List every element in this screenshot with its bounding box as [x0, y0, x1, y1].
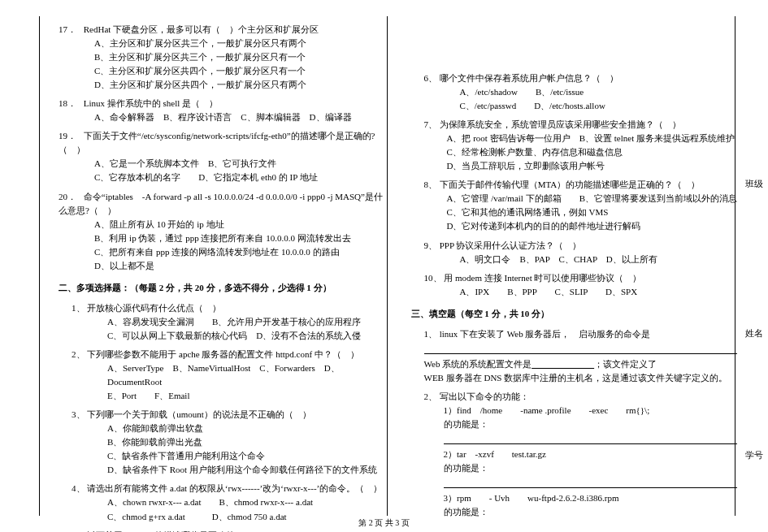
answer-blank[interactable] — [424, 343, 738, 354]
section-2-heading: 二、多项选择题：（每题 2 分，共 20 分，多选不得分，少选得 1 分） — [59, 281, 385, 295]
question-18: 18． Linux 操作系统中的 shell 是（ ） A、命令解释器 B、程序… — [59, 97, 385, 124]
m8-opt-a: A、它管理 /var/mail 下的邮箱 B、它管理将要发送到当前域以外的消息 — [447, 192, 738, 205]
q20-opt-d: D、以上都不是 — [94, 259, 385, 273]
left-column: 17． RedHat 下硬盘分区，最多可以有（ ）个主分区和扩展分区 A、主分区… — [59, 23, 393, 522]
m1-options: A、容易发现安全漏洞 B、允许用户开发基于核心的应用程序 C、可以从网上下载最新… — [72, 315, 385, 343]
q20-stem: 命令“iptables -A forward -p all -s 10.0.0.… — [59, 192, 383, 215]
q17-opt-d: D、主分区和扩展分区共四个，一般扩展分区只有两个 — [94, 78, 385, 92]
m1-number: 1、 — [72, 303, 85, 313]
m3-options: A、你能卸载前弹出软盘 B、你能卸载前弹出光盘 C、缺省条件下普通用户能利用这个… — [72, 422, 385, 477]
m10-options: A、IPX B、PPP C、SLIP D、SPX — [424, 285, 738, 299]
m1-opt-c: C、可以从网上下载最新的核心代码 D、没有不合法的系统入侵 — [107, 329, 385, 343]
multi-q10: 10、 用 modem 连接 Internet 时可以使用哪些协议（ ） A、I… — [411, 271, 738, 299]
m9-options: A、明文口令 B、PAP C、CHAP D、以上所有 — [424, 253, 738, 266]
q18-stem: Linux 操作系统中的 shell 是（ ） — [84, 98, 218, 108]
vertical-rule-right — [735, 16, 735, 516]
q20-opt-a: A、阻止所有从 10 开始的 ip 地址 — [94, 218, 385, 231]
multi-q1: 1、 开放核心源代码有什么优点（ ） A、容易发现安全漏洞 B、允许用户开发基于… — [59, 301, 385, 343]
f2-number: 2、 — [424, 391, 438, 401]
f2-cmd2: 2）tar -xzvf test.tar.gz — [444, 448, 738, 461]
m7-opt-d: D、当员工辞职后，立即删除该用户帐号 — [447, 159, 738, 173]
m1-stem: 开放核心源代码有什么优点（ ） — [87, 303, 221, 313]
m2-number: 2、 — [72, 349, 85, 359]
m9-stem: PPP 协议采用什么认证方法？（ ） — [440, 240, 582, 250]
answer-blank[interactable] — [444, 433, 738, 444]
question-17: 17． RedHat 下硬盘分区，最多可以有（ ）个主分区和扩展分区 A、主分区… — [59, 23, 385, 92]
f1-line2: Web 系统的系统配置文件是 ；该文件定义了 — [424, 357, 738, 371]
q18-options: A、命令解释器 B、程序设计语言 C、脚本编辑器 D、编译器 — [59, 110, 385, 124]
vertical-rule-left — [39, 16, 40, 516]
multi-q9: 9、 PPP 协议采用什么认证方法？（ ） A、明文口令 B、PAP C、CHA… — [411, 239, 738, 266]
q20-opt-b: B、利用 ip 伪装，通过 ppp 连接把所有来自 10.0.0.0 网流转发出… — [94, 231, 385, 245]
m6-stem: 哪个文件中保存着系统用户帐户信息？（ ） — [440, 73, 618, 83]
f2-cmd1: 1）find /home -name .profile -exec rm{}\; — [444, 404, 738, 417]
m3-number: 3、 — [72, 409, 85, 419]
m3-opt-b: B、你能卸载前弹出光盘 — [107, 435, 385, 449]
m6-opt-c: C、/etc/passwd D、/etc/hosts.allow — [460, 99, 738, 113]
q19-options: A、它是一个系统脚本文件 B、它可执行文件 C、它存放本机的名字 D、它指定本机… — [59, 157, 385, 184]
q20-options: A、阻止所有从 10 开始的 ip 地址 B、利用 ip 伪装，通过 ppp 连… — [59, 218, 385, 273]
m4-opt-a: A、chown rwxr-x--- a.dat B、chmod rwxr-x--… — [107, 495, 385, 509]
m3-stem: 下列哪一个关于卸载（umount）的说法是不正确的（ ） — [87, 409, 311, 419]
side-label-id: 学号 — [745, 448, 763, 462]
multi-q6: 6、 哪个文件中保存着系统用户帐户信息？（ ） A、/etc/shadow B、… — [411, 71, 738, 113]
m4-stem: 请选出所有能将文件 a.dat 的权限从‘rwx------’改为‘rwxr-x… — [87, 483, 382, 493]
f2-lab2: 的功能是： — [444, 461, 738, 475]
vertical-rule-center — [387, 16, 388, 516]
m2-options: A、ServerType B、NameVirtualHost C、Forward… — [72, 361, 385, 403]
m8-opt-c: C、它和其他的通讯网络通讯，例如 VMS — [447, 205, 738, 219]
multi-q7: 7、 为保障系统安全，系统管理员应该采用哪些安全措施？（ ） A、把 root … — [411, 118, 738, 173]
right-column: 6、 哪个文件中保存着系统用户帐户信息？（ ） A、/etc/shadow B、… — [403, 23, 744, 522]
m3-opt-c: C、缺省条件下普通用户能利用这个命令 — [107, 449, 385, 463]
f2-cmds: 1）find /home -name .profile -exec rm{}\;… — [424, 404, 738, 519]
fill-q1: 1、 linux 下在安装了 Web 服务器后， 启动服务的命令是 Web 系统… — [411, 327, 738, 385]
top-spacer — [411, 23, 738, 71]
q19-opt-c: C、它存放本机的名字 D、它指定本机 eth0 的 IP 地址 — [94, 171, 385, 184]
m10-number: 10、 — [424, 273, 442, 283]
m8-stem: 下面关于邮件传输代理（MTA）的功能描述哪些是正确的？（ ） — [440, 179, 701, 189]
m8-options: A、它管理 /var/mail 下的邮箱 B、它管理将要发送到当前域以外的消息 … — [424, 192, 738, 233]
m7-stem: 为保障系统安全，系统管理员应该采用哪些安全措施？（ ） — [440, 119, 681, 129]
m3-opt-d: D、缺省条件下 Root 用户能利用这个命令卸载任何路径下的文件系统 — [107, 463, 385, 477]
q18-number: 18． — [59, 97, 81, 110]
m9-number: 9、 — [424, 240, 438, 250]
m1-opt-a: A、容易发现安全漏洞 B、允许用户开发基于核心的应用程序 — [107, 315, 385, 329]
q17-stem: RedHat 下硬盘分区，最多可以有（ ）个主分区和扩展分区 — [84, 24, 319, 34]
f2-cmd3: 3）rpm - Uvh wu-ftpd-2.6.2-8.i386.rpm — [444, 491, 738, 505]
section-3-heading: 三、填空题（每空 1 分，共 10 分） — [411, 307, 738, 321]
q19-number: 19． — [59, 129, 81, 143]
m3-opt-a: A、你能卸载前弹出软盘 — [107, 422, 385, 435]
answer-blank[interactable] — [444, 477, 738, 488]
m8-number: 8、 — [424, 179, 438, 189]
m6-opt-a: A、/etc/shadow B、/etc/issue — [460, 85, 738, 99]
side-label-class: 班级 — [745, 177, 763, 191]
answer-blank-inline[interactable] — [532, 359, 594, 369]
f2-stem: 写出以下命令的功能： — [440, 391, 529, 401]
question-19: 19． 下面关于文件“/etc/sysconfig/network-script… — [59, 129, 385, 184]
m2-stem: 下列哪些参数不能用于 apche 服务器的配置文件 httpd.conf 中？（… — [87, 349, 359, 359]
m2-opt-a: A、ServerType B、NameVirtualHost C、Forward… — [107, 361, 385, 389]
f1-number: 1、 — [424, 329, 438, 339]
f1-line3: WEB 服务器在 DNS 数据库中注册的主机名，这是通过该文件关键字定义的。 — [424, 371, 738, 385]
m10-stem: 用 modem 连接 Internet 时可以使用哪些协议（ ） — [444, 273, 641, 283]
multi-q3: 3、 下列哪一个关于卸载（umount）的说法是不正确的（ ） A、你能卸载前弹… — [59, 408, 385, 477]
q20-opt-c: C、把所有来自 ppp 连接的网络流转发到地址在 10.0.0.0 的路由 — [94, 245, 385, 259]
question-20: 20． 命令“iptables -A forward -p all -s 10.… — [59, 190, 385, 273]
q19-opt-a: A、它是一个系统脚本文件 B、它可执行文件 — [94, 157, 385, 171]
exam-page: 17． RedHat 下硬盘分区，最多可以有（ ）个主分区和扩展分区 A、主分区… — [0, 0, 768, 532]
m7-options: A、把 root 密码告诉每一位用户 B、设置 telnet 服务来提供远程系统… — [424, 132, 738, 173]
f1-line2-suf: ；该文件定义了 — [594, 359, 657, 369]
q19-stem: 下面关于文件“/etc/sysconfig/network-scripts/if… — [59, 131, 375, 154]
m7-opt-c: C、经常检测帐户数量、内存信息和磁盘信息 — [447, 145, 738, 159]
m4-number: 4、 — [72, 483, 85, 493]
multi-q5: 5、 以下关于 Apache 的描述哪些是正确的？（ ） A、可改变服务端口 B… — [59, 529, 385, 532]
m6-options: A、/etc/shadow B、/etc/issue C、/etc/passwd… — [424, 85, 738, 113]
q17-opt-b: B、主分区和扩展分区共三个，一般扩展分区只有一个 — [94, 50, 385, 64]
fill-q2: 2、 写出以下命令的功能： 1）find /home -name .profil… — [411, 390, 738, 519]
f1-line1: linux 下在安装了 Web 服务器后， 启动服务的命令是 — [440, 329, 651, 339]
q17-number: 17． — [59, 23, 81, 37]
m8-opt-d: D、它对传递到本机内的目的的邮件地址进行解码 — [447, 219, 738, 233]
f1-line2-pre: Web 系统的系统配置文件是 — [424, 359, 532, 369]
multi-q2: 2、 下列哪些参数不能用于 apche 服务器的配置文件 httpd.conf … — [59, 348, 385, 403]
side-label-name: 姓名 — [745, 327, 763, 340]
